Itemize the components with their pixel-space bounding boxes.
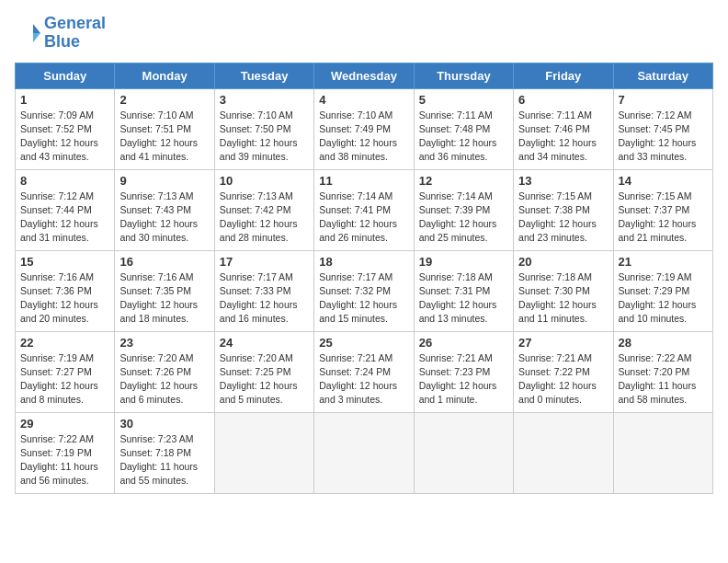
day-number: 2	[119, 93, 209, 107]
header-friday: Friday	[514, 63, 613, 88]
cell-info: Sunrise: 7:17 AM Sunset: 7:32 PM Dayligh…	[319, 270, 408, 327]
calendar-row: 1 Sunrise: 7:09 AM Sunset: 7:52 PM Dayli…	[16, 88, 713, 169]
day-number: 27	[518, 336, 608, 350]
logo-text2: Blue	[44, 33, 106, 52]
cell-info: Sunrise: 7:14 AM Sunset: 7:39 PM Dayligh…	[419, 190, 508, 246]
cell-info: Sunrise: 7:21 AM Sunset: 7:22 PM Dayligh…	[518, 351, 608, 408]
cell-info: Sunrise: 7:11 AM Sunset: 7:46 PM Dayligh…	[518, 109, 608, 165]
day-number: 23	[119, 336, 209, 350]
cell-info: Sunrise: 7:12 AM Sunset: 7:45 PM Dayligh…	[619, 109, 708, 165]
calendar-cell: 23 Sunrise: 7:20 AM Sunset: 7:26 PM Dayl…	[115, 331, 214, 412]
calendar-cell: 2 Sunrise: 7:10 AM Sunset: 7:51 PM Dayli…	[115, 88, 214, 169]
day-number: 14	[619, 174, 708, 188]
cell-info: Sunrise: 7:10 AM Sunset: 7:51 PM Dayligh…	[119, 109, 209, 165]
calendar-cell: 22 Sunrise: 7:19 AM Sunset: 7:27 PM Dayl…	[16, 331, 115, 412]
logo-icon	[15, 20, 40, 46]
cell-info: Sunrise: 7:17 AM Sunset: 7:33 PM Dayligh…	[220, 270, 309, 327]
calendar-cell	[514, 412, 613, 493]
calendar-cell: 11 Sunrise: 7:14 AM Sunset: 7:41 PM Dayl…	[314, 169, 414, 250]
calendar-row: 8 Sunrise: 7:12 AM Sunset: 7:44 PM Dayli…	[16, 169, 713, 250]
day-number: 5	[419, 93, 508, 107]
calendar-cell: 29 Sunrise: 7:22 AM Sunset: 7:19 PM Dayl…	[16, 412, 115, 493]
day-number: 29	[20, 417, 109, 431]
day-number: 1	[20, 93, 109, 107]
cell-info: Sunrise: 7:10 AM Sunset: 7:50 PM Dayligh…	[220, 109, 309, 165]
calendar-cell: 25 Sunrise: 7:21 AM Sunset: 7:24 PM Dayl…	[314, 331, 414, 412]
weekday-header-row: Sunday Monday Tuesday Wednesday Thursday…	[16, 63, 713, 88]
cell-info: Sunrise: 7:10 AM Sunset: 7:49 PM Dayligh…	[319, 109, 408, 165]
day-number: 25	[319, 336, 408, 350]
day-number: 15	[20, 255, 109, 269]
page-header: General Blue	[15, 15, 713, 52]
cell-info: Sunrise: 7:18 AM Sunset: 7:30 PM Dayligh…	[518, 270, 608, 327]
calendar-row: 15 Sunrise: 7:16 AM Sunset: 7:36 PM Dayl…	[16, 250, 713, 331]
cell-info: Sunrise: 7:09 AM Sunset: 7:52 PM Dayligh…	[20, 109, 109, 165]
day-number: 3	[220, 93, 309, 107]
cell-info: Sunrise: 7:16 AM Sunset: 7:36 PM Dayligh…	[20, 270, 109, 327]
day-number: 8	[20, 174, 109, 188]
calendar-cell	[214, 412, 313, 493]
day-number: 10	[220, 174, 309, 188]
calendar-row: 29 Sunrise: 7:22 AM Sunset: 7:19 PM Dayl…	[16, 412, 713, 493]
day-number: 11	[319, 174, 408, 188]
day-number: 18	[319, 255, 408, 269]
calendar-cell: 16 Sunrise: 7:16 AM Sunset: 7:35 PM Dayl…	[115, 250, 214, 331]
header-sunday: Sunday	[16, 63, 115, 88]
calendar-cell: 9 Sunrise: 7:13 AM Sunset: 7:43 PM Dayli…	[115, 169, 214, 250]
cell-info: Sunrise: 7:12 AM Sunset: 7:44 PM Dayligh…	[20, 190, 109, 246]
cell-info: Sunrise: 7:19 AM Sunset: 7:29 PM Dayligh…	[619, 270, 708, 327]
calendar-cell: 15 Sunrise: 7:16 AM Sunset: 7:36 PM Dayl…	[16, 250, 115, 331]
calendar-cell: 13 Sunrise: 7:15 AM Sunset: 7:38 PM Dayl…	[514, 169, 613, 250]
calendar-cell: 17 Sunrise: 7:17 AM Sunset: 7:33 PM Dayl…	[214, 250, 313, 331]
calendar-cell: 1 Sunrise: 7:09 AM Sunset: 7:52 PM Dayli…	[16, 88, 115, 169]
header-monday: Monday	[115, 63, 214, 88]
calendar-cell: 8 Sunrise: 7:12 AM Sunset: 7:44 PM Dayli…	[16, 169, 115, 250]
calendar-cell: 7 Sunrise: 7:12 AM Sunset: 7:45 PM Dayli…	[613, 88, 712, 169]
header-wednesday: Wednesday	[314, 63, 414, 88]
cell-info: Sunrise: 7:20 AM Sunset: 7:25 PM Dayligh…	[220, 351, 309, 408]
day-number: 4	[319, 93, 408, 107]
cell-info: Sunrise: 7:19 AM Sunset: 7:27 PM Dayligh…	[20, 351, 109, 408]
cell-info: Sunrise: 7:22 AM Sunset: 7:19 PM Dayligh…	[20, 432, 109, 488]
calendar-cell: 24 Sunrise: 7:20 AM Sunset: 7:25 PM Dayl…	[214, 331, 313, 412]
logo: General Blue	[15, 15, 106, 52]
calendar-row: 22 Sunrise: 7:19 AM Sunset: 7:27 PM Dayl…	[16, 331, 713, 412]
calendar-cell	[613, 412, 712, 493]
calendar-cell: 6 Sunrise: 7:11 AM Sunset: 7:46 PM Dayli…	[514, 88, 613, 169]
cell-info: Sunrise: 7:11 AM Sunset: 7:48 PM Dayligh…	[419, 109, 508, 165]
page-container: General Blue Sunday Monday Tuesday Wedne…	[15, 15, 713, 494]
day-number: 24	[220, 336, 309, 350]
cell-info: Sunrise: 7:16 AM Sunset: 7:35 PM Dayligh…	[119, 270, 209, 327]
calendar-cell: 21 Sunrise: 7:19 AM Sunset: 7:29 PM Dayl…	[613, 250, 712, 331]
cell-info: Sunrise: 7:13 AM Sunset: 7:43 PM Dayligh…	[119, 190, 209, 246]
calendar-cell: 5 Sunrise: 7:11 AM Sunset: 7:48 PM Dayli…	[414, 88, 513, 169]
day-number: 19	[419, 255, 508, 269]
calendar-cell: 26 Sunrise: 7:21 AM Sunset: 7:23 PM Dayl…	[414, 331, 513, 412]
calendar-cell: 27 Sunrise: 7:21 AM Sunset: 7:22 PM Dayl…	[514, 331, 613, 412]
day-number: 20	[518, 255, 608, 269]
calendar-cell: 18 Sunrise: 7:17 AM Sunset: 7:32 PM Dayl…	[314, 250, 414, 331]
calendar-cell: 14 Sunrise: 7:15 AM Sunset: 7:37 PM Dayl…	[613, 169, 712, 250]
day-number: 26	[419, 336, 508, 350]
cell-info: Sunrise: 7:22 AM Sunset: 7:20 PM Dayligh…	[619, 351, 708, 408]
cell-info: Sunrise: 7:23 AM Sunset: 7:18 PM Dayligh…	[119, 432, 209, 488]
calendar-cell: 28 Sunrise: 7:22 AM Sunset: 7:20 PM Dayl…	[613, 331, 712, 412]
day-number: 28	[619, 336, 708, 350]
day-number: 12	[419, 174, 508, 188]
day-number: 30	[119, 417, 209, 431]
day-number: 6	[518, 93, 608, 107]
logo-text: General	[44, 15, 106, 33]
day-number: 7	[619, 93, 708, 107]
day-number: 13	[518, 174, 608, 188]
day-number: 22	[20, 336, 109, 350]
day-number: 17	[220, 255, 309, 269]
calendar-cell: 20 Sunrise: 7:18 AM Sunset: 7:30 PM Dayl…	[514, 250, 613, 331]
header-thursday: Thursday	[414, 63, 513, 88]
cell-info: Sunrise: 7:18 AM Sunset: 7:31 PM Dayligh…	[419, 270, 508, 327]
calendar-cell: 3 Sunrise: 7:10 AM Sunset: 7:50 PM Dayli…	[214, 88, 313, 169]
cell-info: Sunrise: 7:15 AM Sunset: 7:38 PM Dayligh…	[518, 190, 608, 246]
calendar-cell: 30 Sunrise: 7:23 AM Sunset: 7:18 PM Dayl…	[115, 412, 214, 493]
calendar-table: Sunday Monday Tuesday Wednesday Thursday…	[15, 63, 713, 494]
calendar-cell: 19 Sunrise: 7:18 AM Sunset: 7:31 PM Dayl…	[414, 250, 513, 331]
cell-info: Sunrise: 7:15 AM Sunset: 7:37 PM Dayligh…	[619, 190, 708, 246]
